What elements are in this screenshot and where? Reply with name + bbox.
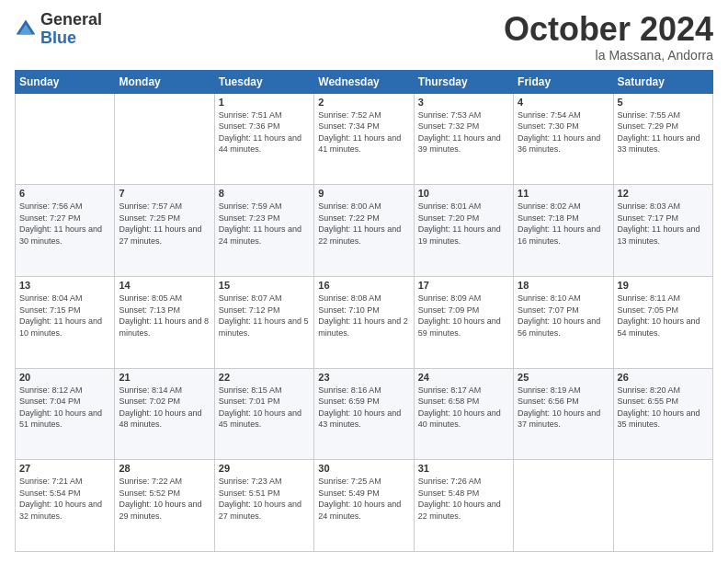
day-number: 14 bbox=[119, 280, 210, 291]
day-number: 6 bbox=[19, 188, 110, 199]
day-info: Sunrise: 8:04 AM Sunset: 7:15 PM Dayligh… bbox=[19, 293, 110, 339]
day-info: Sunrise: 7:57 AM Sunset: 7:25 PM Dayligh… bbox=[119, 201, 210, 247]
logo-blue: Blue bbox=[40, 29, 76, 47]
table-row: 30Sunrise: 7:25 AM Sunset: 5:49 PM Dayli… bbox=[314, 460, 414, 552]
day-info: Sunrise: 8:16 AM Sunset: 6:59 PM Dayligh… bbox=[318, 385, 409, 431]
day-info: Sunrise: 8:00 AM Sunset: 7:22 PM Dayligh… bbox=[318, 201, 409, 247]
day-info: Sunrise: 8:07 AM Sunset: 7:12 PM Dayligh… bbox=[219, 293, 310, 339]
table-row: 2Sunrise: 7:52 AM Sunset: 7:34 PM Daylig… bbox=[314, 93, 414, 185]
day-info: Sunrise: 8:19 AM Sunset: 6:56 PM Dayligh… bbox=[518, 385, 609, 431]
table-row: 12Sunrise: 8:03 AM Sunset: 7:17 PM Dayli… bbox=[613, 185, 712, 277]
table-row: 6Sunrise: 7:56 AM Sunset: 7:27 PM Daylig… bbox=[16, 185, 115, 277]
day-info: Sunrise: 7:54 AM Sunset: 7:30 PM Dayligh… bbox=[518, 109, 609, 155]
day-info: Sunrise: 8:20 AM Sunset: 6:55 PM Dayligh… bbox=[618, 385, 709, 431]
day-number: 25 bbox=[518, 372, 609, 383]
day-info: Sunrise: 7:25 AM Sunset: 5:49 PM Dayligh… bbox=[318, 476, 409, 522]
col-sunday: Sunday bbox=[16, 70, 115, 93]
table-row: 31Sunrise: 7:26 AM Sunset: 5:48 PM Dayli… bbox=[414, 460, 513, 552]
day-number: 3 bbox=[418, 97, 509, 108]
day-info: Sunrise: 8:15 AM Sunset: 7:01 PM Dayligh… bbox=[219, 385, 310, 431]
day-info: Sunrise: 7:55 AM Sunset: 7:29 PM Dayligh… bbox=[618, 109, 709, 155]
logo-icon bbox=[15, 18, 37, 40]
day-number: 13 bbox=[19, 280, 110, 291]
day-number: 8 bbox=[219, 188, 310, 199]
day-info: Sunrise: 8:09 AM Sunset: 7:09 PM Dayligh… bbox=[418, 293, 509, 339]
day-number: 7 bbox=[119, 188, 210, 199]
day-number: 12 bbox=[618, 188, 709, 199]
col-friday: Friday bbox=[514, 70, 613, 93]
day-number: 9 bbox=[318, 188, 409, 199]
col-thursday: Thursday bbox=[414, 70, 513, 93]
day-number: 15 bbox=[219, 280, 310, 291]
table-row: 26Sunrise: 8:20 AM Sunset: 6:55 PM Dayli… bbox=[613, 368, 712, 460]
col-tuesday: Tuesday bbox=[214, 70, 313, 93]
table-row: 29Sunrise: 7:23 AM Sunset: 5:51 PM Dayli… bbox=[214, 460, 313, 552]
day-number: 28 bbox=[119, 463, 210, 474]
table-row: 10Sunrise: 8:01 AM Sunset: 7:20 PM Dayli… bbox=[414, 185, 513, 277]
day-number: 26 bbox=[618, 372, 709, 383]
table-row bbox=[514, 460, 613, 552]
day-number: 24 bbox=[418, 372, 509, 383]
day-info: Sunrise: 8:05 AM Sunset: 7:13 PM Dayligh… bbox=[119, 293, 210, 339]
table-row bbox=[16, 93, 115, 185]
day-number: 31 bbox=[418, 463, 509, 474]
day-number: 10 bbox=[418, 188, 509, 199]
day-number: 19 bbox=[618, 280, 709, 291]
table-row: 18Sunrise: 8:10 AM Sunset: 7:07 PM Dayli… bbox=[514, 276, 613, 368]
table-row: 22Sunrise: 8:15 AM Sunset: 7:01 PM Dayli… bbox=[214, 368, 313, 460]
day-number: 4 bbox=[518, 97, 609, 108]
title-block: October 2024 la Massana, Andorra bbox=[504, 11, 713, 63]
table-row: 19Sunrise: 8:11 AM Sunset: 7:05 PM Dayli… bbox=[613, 276, 712, 368]
calendar-week-3: 13Sunrise: 8:04 AM Sunset: 7:15 PM Dayli… bbox=[16, 276, 713, 368]
table-row: 11Sunrise: 8:02 AM Sunset: 7:18 PM Dayli… bbox=[514, 185, 613, 277]
day-number: 30 bbox=[318, 463, 409, 474]
day-number: 29 bbox=[219, 463, 310, 474]
table-row: 25Sunrise: 8:19 AM Sunset: 6:56 PM Dayli… bbox=[514, 368, 613, 460]
day-info: Sunrise: 8:14 AM Sunset: 7:02 PM Dayligh… bbox=[119, 385, 210, 431]
table-row: 8Sunrise: 7:59 AM Sunset: 7:23 PM Daylig… bbox=[214, 185, 313, 277]
day-number: 27 bbox=[19, 463, 110, 474]
day-info: Sunrise: 7:56 AM Sunset: 7:27 PM Dayligh… bbox=[19, 201, 110, 247]
calendar-week-2: 6Sunrise: 7:56 AM Sunset: 7:27 PM Daylig… bbox=[16, 185, 713, 277]
day-info: Sunrise: 7:59 AM Sunset: 7:23 PM Dayligh… bbox=[219, 201, 310, 247]
table-row: 20Sunrise: 8:12 AM Sunset: 7:04 PM Dayli… bbox=[16, 368, 115, 460]
day-number: 20 bbox=[19, 372, 110, 383]
day-number: 22 bbox=[219, 372, 310, 383]
day-info: Sunrise: 8:17 AM Sunset: 6:58 PM Dayligh… bbox=[418, 385, 509, 431]
calendar-week-1: 1Sunrise: 7:51 AM Sunset: 7:36 PM Daylig… bbox=[16, 93, 713, 185]
day-info: Sunrise: 8:03 AM Sunset: 7:17 PM Dayligh… bbox=[618, 201, 709, 247]
day-number: 11 bbox=[518, 188, 609, 199]
table-row: 21Sunrise: 8:14 AM Sunset: 7:02 PM Dayli… bbox=[115, 368, 214, 460]
table-row bbox=[115, 93, 214, 185]
day-number: 5 bbox=[618, 97, 709, 108]
day-info: Sunrise: 7:23 AM Sunset: 5:51 PM Dayligh… bbox=[219, 476, 310, 522]
day-number: 16 bbox=[318, 280, 409, 291]
calendar-week-5: 27Sunrise: 7:21 AM Sunset: 5:54 PM Dayli… bbox=[16, 460, 713, 552]
table-row: 16Sunrise: 8:08 AM Sunset: 7:10 PM Dayli… bbox=[314, 276, 414, 368]
table-row: 5Sunrise: 7:55 AM Sunset: 7:29 PM Daylig… bbox=[613, 93, 712, 185]
day-info: Sunrise: 8:02 AM Sunset: 7:18 PM Dayligh… bbox=[518, 201, 609, 247]
day-number: 17 bbox=[418, 280, 509, 291]
day-info: Sunrise: 7:22 AM Sunset: 5:52 PM Dayligh… bbox=[119, 476, 210, 522]
day-number: 21 bbox=[119, 372, 210, 383]
table-row: 4Sunrise: 7:54 AM Sunset: 7:30 PM Daylig… bbox=[514, 93, 613, 185]
table-row: 23Sunrise: 8:16 AM Sunset: 6:59 PM Dayli… bbox=[314, 368, 414, 460]
table-row: 24Sunrise: 8:17 AM Sunset: 6:58 PM Dayli… bbox=[414, 368, 513, 460]
day-info: Sunrise: 8:01 AM Sunset: 7:20 PM Dayligh… bbox=[418, 201, 509, 247]
day-info: Sunrise: 7:26 AM Sunset: 5:48 PM Dayligh… bbox=[418, 476, 509, 522]
table-row: 1Sunrise: 7:51 AM Sunset: 7:36 PM Daylig… bbox=[214, 93, 313, 185]
table-row: 7Sunrise: 7:57 AM Sunset: 7:25 PM Daylig… bbox=[115, 185, 214, 277]
month-title: October 2024 bbox=[504, 11, 713, 48]
col-wednesday: Wednesday bbox=[314, 70, 414, 93]
calendar-table: Sunday Monday Tuesday Wednesday Thursday… bbox=[15, 70, 713, 552]
day-number: 2 bbox=[318, 97, 409, 108]
day-info: Sunrise: 7:52 AM Sunset: 7:34 PM Dayligh… bbox=[318, 109, 409, 155]
col-saturday: Saturday bbox=[613, 70, 712, 93]
logo-text: General Blue bbox=[40, 11, 102, 48]
table-row: 15Sunrise: 8:07 AM Sunset: 7:12 PM Dayli… bbox=[214, 276, 313, 368]
day-info: Sunrise: 7:53 AM Sunset: 7:32 PM Dayligh… bbox=[418, 109, 509, 155]
table-row: 28Sunrise: 7:22 AM Sunset: 5:52 PM Dayli… bbox=[115, 460, 214, 552]
day-info: Sunrise: 8:10 AM Sunset: 7:07 PM Dayligh… bbox=[518, 293, 609, 339]
table-row: 14Sunrise: 8:05 AM Sunset: 7:13 PM Dayli… bbox=[115, 276, 214, 368]
header: General Blue October 2024 la Massana, An… bbox=[15, 11, 713, 63]
